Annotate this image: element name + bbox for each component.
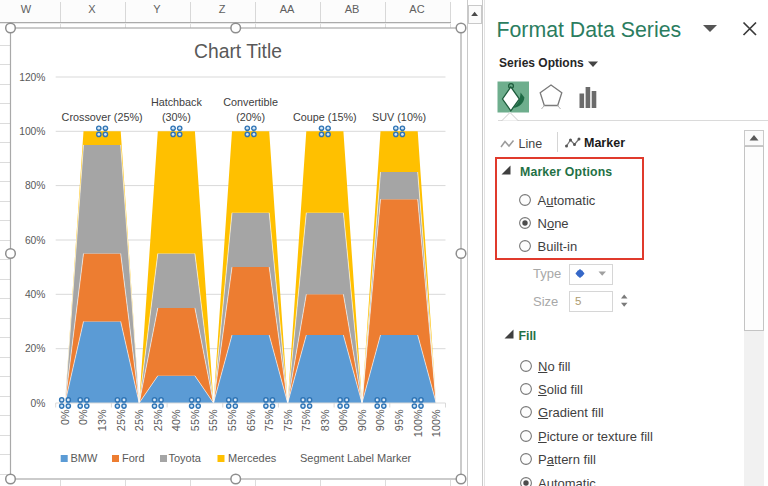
svg-text:25%: 25% [115,409,127,431]
svg-text:Crossover (25%): Crossover (25%) [62,111,143,123]
svg-text:75%: 75% [300,409,312,431]
svg-text:SUV (10%): SUV (10%) [372,111,426,123]
svg-text:120%: 120% [19,72,45,83]
svg-text:(30%): (30%) [162,111,191,123]
svg-text:0%: 0% [77,409,89,425]
svg-text:75%: 75% [263,409,275,431]
svg-text:95%: 95% [393,409,405,431]
svg-text:90%: 90% [356,409,368,431]
svg-text:40%: 40% [170,409,182,431]
svg-text:0%: 0% [59,409,71,425]
svg-text:40%: 40% [25,289,46,300]
svg-text:Ford: Ford [122,452,145,464]
svg-text:83%: 83% [319,409,331,431]
svg-text:Mercedes: Mercedes [228,452,277,464]
svg-text:60%: 60% [25,235,46,246]
svg-text:0%: 0% [31,398,46,409]
svg-text:65%: 65% [245,409,257,431]
svg-text:90%: 90% [337,409,349,431]
svg-text:100%: 100% [430,409,442,437]
svg-text:Hatchback: Hatchback [151,96,203,108]
svg-text:55%: 55% [189,409,201,431]
svg-text:20%: 20% [25,343,46,354]
svg-text:(20%): (20%) [236,111,265,123]
svg-text:Coupe (15%): Coupe (15%) [293,111,357,123]
svg-text:100%: 100% [19,126,45,137]
svg-text:Toyota: Toyota [169,452,202,464]
svg-text:90%: 90% [374,409,386,431]
svg-text:Chart Title: Chart Title [194,41,282,62]
svg-text:55%: 55% [226,409,238,431]
svg-text:55%: 55% [207,409,219,431]
svg-text:Segment Label Marker: Segment Label Marker [300,452,412,464]
svg-text:75%: 75% [282,409,294,431]
svg-text:13%: 13% [96,409,108,431]
svg-text:Convertible: Convertible [223,96,278,108]
svg-text:100%: 100% [412,409,424,437]
svg-text:BMW: BMW [71,452,99,464]
svg-text:25%: 25% [133,409,145,431]
svg-text:25%: 25% [152,409,164,431]
svg-text:80%: 80% [25,180,46,191]
